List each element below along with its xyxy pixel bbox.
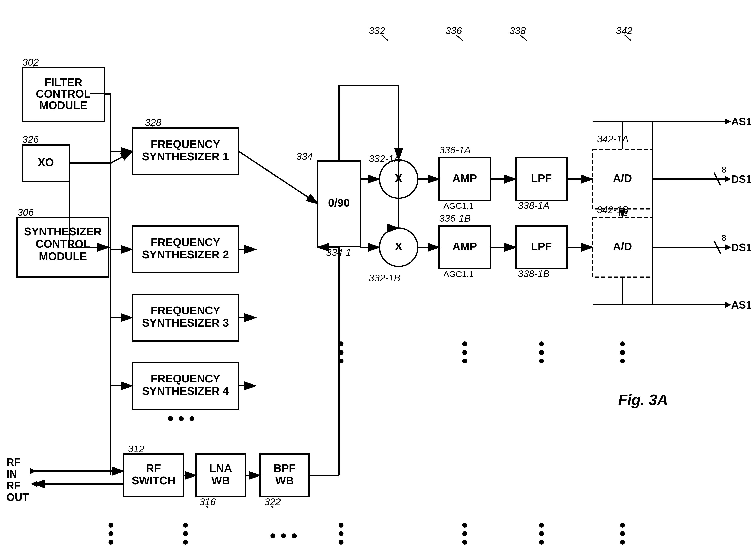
bus-width-2: 8 bbox=[722, 233, 726, 243]
freq-synth1-label2: SYNTHESIZER 1 bbox=[142, 150, 229, 163]
ref-338-1b: 338-1B bbox=[518, 268, 550, 279]
ref-336-1b: 336-1B bbox=[439, 213, 471, 224]
arrow-as1q bbox=[725, 302, 731, 308]
adc2-label: A/D bbox=[613, 240, 632, 253]
filter-control-label: FILTER bbox=[44, 76, 82, 88]
as1-i-label: AS1_I bbox=[731, 116, 751, 128]
rf-out2-label: OUT bbox=[6, 492, 29, 503]
dots-bot3c: • bbox=[539, 533, 544, 552]
synth-ctrl-label3: MODULE bbox=[39, 250, 87, 262]
ref-342: 342 bbox=[616, 25, 632, 36]
filter-control-label2: CONTROL bbox=[36, 87, 90, 100]
ref-342-1a: 342-1A bbox=[597, 134, 628, 144]
dots-bpf: • • • bbox=[270, 526, 297, 545]
ref-328: 328 bbox=[145, 117, 161, 128]
dots-mid1c: • bbox=[338, 351, 344, 370]
arrow-rf-in bbox=[30, 468, 36, 474]
ref-306: 306 bbox=[18, 207, 34, 218]
dots-left2c: • bbox=[182, 533, 188, 552]
amp1-label: AMP bbox=[452, 172, 477, 184]
arrow-rf-out bbox=[31, 481, 37, 487]
ref-338-1a: 338-1A bbox=[518, 200, 550, 211]
arrow-ds1q bbox=[725, 244, 731, 251]
rf-out-label: RF bbox=[6, 480, 21, 492]
freq-synth2-label1: FREQUENCY bbox=[151, 236, 220, 248]
freq-synth3-label2: SYNTHESIZER 3 bbox=[142, 317, 229, 329]
lpf1-label: LPF bbox=[531, 172, 552, 184]
ds1-i-label: DS1_I bbox=[731, 173, 751, 185]
ref-334: 334 bbox=[296, 151, 313, 162]
freq-synth4-label2: SYNTHESIZER 4 bbox=[142, 385, 229, 397]
lna-wb-label2: WB bbox=[211, 474, 230, 487]
ref-336: 336 bbox=[446, 25, 462, 36]
ref-338: 338 bbox=[509, 25, 526, 36]
freq-synth3-label1: FREQUENCY bbox=[151, 304, 220, 317]
dots-mid4c: • bbox=[620, 351, 626, 370]
lpf2-label: LPF bbox=[531, 240, 552, 253]
agc1-1b-label: AGC1,1 bbox=[443, 269, 474, 279]
dots-left1c: • bbox=[108, 533, 114, 552]
rf-switch-label1: RF bbox=[146, 462, 161, 474]
bpf-wb-label2: WB bbox=[276, 474, 294, 487]
ref-332: 332 bbox=[369, 25, 385, 36]
ds1-q-label: DS1_Q bbox=[731, 241, 751, 254]
adc1-label: A/D bbox=[613, 172, 632, 184]
arrow-as1i bbox=[725, 118, 731, 125]
dots-left3c: • bbox=[338, 533, 344, 552]
phase-splitter-label: 0/90 bbox=[328, 197, 350, 209]
amp2-label: AMP bbox=[452, 240, 477, 253]
dots-bot2c: • bbox=[462, 533, 468, 552]
dots-mid3c: • bbox=[539, 351, 544, 370]
rf-switch-label2: SWITCH bbox=[131, 474, 175, 487]
bus-width-1: 8 bbox=[722, 165, 726, 174]
ref-302: 302 bbox=[22, 57, 39, 68]
mixer2-label: X bbox=[395, 240, 403, 253]
synth-ctrl-label1: SYNTHESIZER bbox=[24, 225, 102, 238]
arrow-ds1i bbox=[725, 176, 731, 182]
lna-wb-label1: LNA bbox=[209, 462, 232, 474]
dots-synth: • • • bbox=[167, 409, 195, 428]
xo-label: XO bbox=[38, 156, 54, 168]
rf-in2-label: IN bbox=[6, 468, 17, 480]
bpf-wb-label1: BPF bbox=[273, 462, 296, 474]
block-diagram: FILTER CONTROL MODULE 302 XO 326 SYNTHES… bbox=[0, 0, 751, 560]
freq-synth4-label1: FREQUENCY bbox=[151, 373, 220, 385]
filter-control-label3: MODULE bbox=[39, 99, 87, 112]
agc1-1a-label: AGC1,1 bbox=[443, 201, 474, 211]
figure-label: Fig. 3A bbox=[618, 392, 668, 408]
ref-336-1a: 336-1A bbox=[439, 144, 471, 156]
ref-312: 312 bbox=[128, 443, 144, 455]
ref-326: 326 bbox=[22, 134, 39, 145]
svg-line-54 bbox=[111, 151, 132, 163]
ref-322: 322 bbox=[264, 496, 281, 507]
fs-label: Fs bbox=[618, 208, 628, 217]
rf-in-label: RF bbox=[6, 456, 21, 468]
ref-332-1b: 332-1B bbox=[369, 273, 400, 283]
freq-synth1-label1: FREQUENCY bbox=[151, 138, 220, 150]
ref-332-1a: 332-1A bbox=[369, 153, 400, 164]
dots-mid2c: • bbox=[462, 351, 468, 370]
as1-q-label: AS1_Q bbox=[731, 299, 751, 311]
synth-ctrl-label2: CONTROL bbox=[35, 238, 90, 250]
dots-bot4c: • bbox=[620, 533, 626, 552]
freq-synth2-label2: SYNTHESIZER 2 bbox=[142, 248, 229, 261]
ref-316: 316 bbox=[199, 496, 216, 507]
